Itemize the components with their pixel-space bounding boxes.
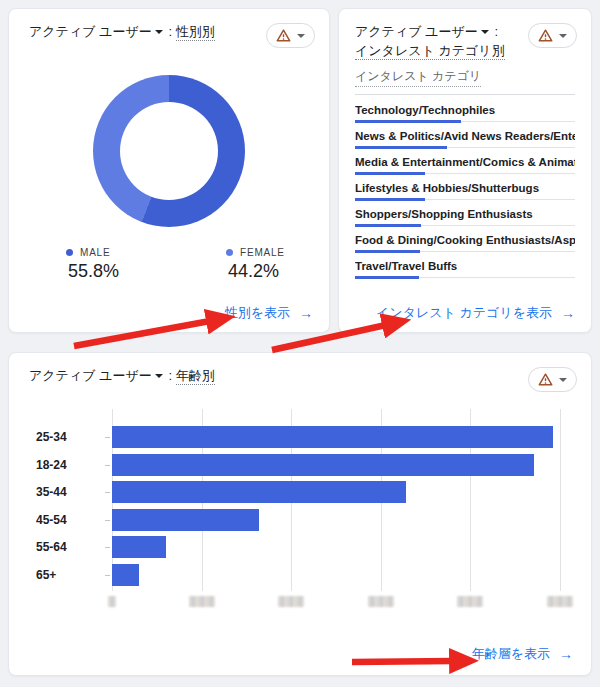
interest-card-header: アクティブ ユーザー : インタレスト カテゴリ別 — [339, 9, 591, 61]
warning-icon — [538, 28, 553, 43]
age-category-label: 35-44 — [36, 485, 76, 499]
interest-item-bar-track — [355, 146, 575, 149]
interest-item-bar — [355, 276, 419, 279]
gender-legend: MALE55.8%FEMALE44.2% — [9, 247, 329, 282]
show-gender-link[interactable]: 性別を表示 → — [225, 304, 313, 322]
interest-item-bar — [355, 120, 461, 123]
age-category-label: 55-64 — [36, 540, 76, 554]
card-interest-categories: アクティブ ユーザー : インタレスト カテゴリ別 インタレスト カテゴリ Te… — [338, 8, 592, 333]
show-age-link-label: 年齢層を表示 — [472, 645, 550, 663]
interest-list-item[interactable]: Travel/Travel Buffs — [355, 253, 575, 279]
divider — [355, 94, 575, 95]
gender-card-title: アクティブ ユーザー : 性別別 — [29, 23, 215, 42]
interest-item-bar-track — [355, 250, 575, 253]
chevron-down-icon — [155, 30, 163, 34]
x-tick-label-redacted — [278, 596, 304, 607]
legend-item-male: MALE55.8% — [9, 247, 169, 282]
x-tick-label-redacted — [457, 596, 483, 607]
x-tick-label-redacted — [368, 596, 394, 607]
age-bar[interactable] — [112, 536, 166, 558]
interest-item-bar-track — [355, 198, 575, 201]
interest-list-item[interactable]: Media & Entertainment/Comics & Animati… — [355, 149, 575, 175]
chevron-down-icon — [559, 34, 567, 38]
interest-list: Technology/TechnophilesNews & Politics/A… — [355, 97, 575, 279]
interest-item-bar-track — [355, 172, 575, 175]
interest-item-bar-track — [355, 120, 575, 123]
interest-item-label: Lifestyles & Hobbies/Shutterbugs — [355, 182, 575, 194]
interest-item-bar — [355, 172, 425, 175]
age-bar-chart: 25-3418-2435-4445-5455-6465+ — [9, 353, 591, 675]
interest-list-item[interactable]: Lifestyles & Hobbies/Shutterbugs — [355, 175, 575, 201]
legend-value: 55.8% — [66, 261, 169, 282]
axis-tick — [105, 492, 110, 493]
axis-tick — [105, 575, 110, 576]
chevron-down-icon — [297, 34, 305, 38]
age-bar[interactable] — [112, 564, 139, 586]
age-category-label: 45-54 — [36, 513, 76, 527]
interest-item-bar-track — [355, 276, 575, 279]
interest-item-bar — [355, 250, 420, 253]
right-arrow-icon: → — [559, 646, 573, 662]
x-gridline — [560, 409, 561, 591]
metric-dropdown[interactable]: アクティブ ユーザー — [355, 24, 491, 39]
x-tick-label-redacted — [189, 596, 215, 607]
age-category-label: 65+ — [36, 568, 76, 582]
interest-item-label: Travel/Travel Buffs — [355, 260, 575, 272]
legend-dot-icon — [66, 249, 73, 256]
interest-item-bar — [355, 198, 425, 201]
warning-icon — [276, 28, 291, 43]
analytics-dashboard: アクティブ ユーザー : 性別別 MALE55.8%FEMALE44.2% 性別… — [0, 0, 600, 687]
title-separator: : — [494, 24, 498, 39]
card-age: アクティブ ユーザー : 年齢別 25-3418-2435-4445-5455-… — [8, 352, 592, 676]
axis-tick — [105, 547, 110, 548]
age-bar[interactable] — [112, 454, 534, 476]
interest-item-label: News & Politics/Avid News Readers/Enter… — [355, 130, 575, 142]
interest-item-label: Food & Dining/Cooking Enthusiasts/Aspiri… — [355, 234, 575, 246]
interest-list-item[interactable]: Shoppers/Shopping Enthusiasts — [355, 201, 575, 227]
legend-value: 44.2% — [226, 261, 329, 282]
gender-donut-chart[interactable] — [93, 75, 245, 227]
interest-item-bar — [355, 224, 421, 227]
age-category-label: 25-34 — [36, 430, 76, 444]
dimension-link-interest[interactable]: インタレスト カテゴリ別 — [355, 43, 505, 60]
interest-list-item[interactable]: Food & Dining/Cooking Enthusiasts/Aspiri… — [355, 227, 575, 253]
age-bar[interactable] — [112, 481, 406, 503]
card-gender: アクティブ ユーザー : 性別別 MALE55.8%FEMALE44.2% 性別… — [8, 8, 330, 333]
interest-list-item[interactable]: Technology/Technophiles — [355, 97, 575, 123]
interest-item-bar-track — [355, 224, 575, 227]
legend-row: MALE — [66, 247, 169, 258]
title-separator: : — [168, 24, 172, 39]
legend-dot-icon — [226, 249, 233, 256]
legend-item-female: FEMALE44.2% — [169, 247, 329, 282]
data-quality-dropdown-button[interactable] — [528, 23, 577, 48]
legend-row: FEMALE — [226, 247, 329, 258]
show-interest-link-label: インタレスト カテゴリを表示 — [376, 304, 552, 322]
data-quality-dropdown-button[interactable] — [266, 23, 315, 48]
dimension-link-gender[interactable]: 性別別 — [176, 24, 215, 41]
show-interest-categories-link[interactable]: インタレスト カテゴリを表示 → — [376, 304, 575, 322]
x-tick-label-redacted — [547, 596, 573, 607]
chevron-down-icon — [481, 30, 489, 34]
interest-item-label: Shoppers/Shopping Enthusiasts — [355, 208, 575, 220]
interest-item-label: Media & Entertainment/Comics & Animati… — [355, 156, 575, 168]
interest-item-bar — [355, 146, 447, 149]
legend-label: FEMALE — [240, 247, 285, 258]
donut-hole — [120, 102, 218, 200]
interest-card-title: アクティブ ユーザー : インタレスト カテゴリ別 — [355, 23, 505, 61]
x-tick-label-redacted — [108, 596, 116, 607]
interest-item-label: Technology/Technophiles — [355, 104, 575, 116]
legend-label: MALE — [80, 247, 110, 258]
show-age-link[interactable]: 年齢層を表示 → — [472, 645, 573, 663]
gender-card-header: アクティブ ユーザー : 性別別 — [9, 9, 329, 48]
age-bar[interactable] — [112, 426, 553, 448]
interest-column-header[interactable]: インタレスト カテゴリ — [355, 68, 481, 87]
age-category-label: 18-24 — [36, 458, 76, 472]
axis-tick — [105, 520, 110, 521]
interest-list-item[interactable]: News & Politics/Avid News Readers/Enter… — [355, 123, 575, 149]
age-bar[interactable] — [112, 509, 259, 531]
axis-tick — [105, 437, 110, 438]
metric-dropdown[interactable]: アクティブ ユーザー — [29, 24, 165, 39]
right-arrow-icon: → — [561, 305, 575, 321]
axis-tick — [105, 465, 110, 466]
right-arrow-icon: → — [299, 305, 313, 321]
